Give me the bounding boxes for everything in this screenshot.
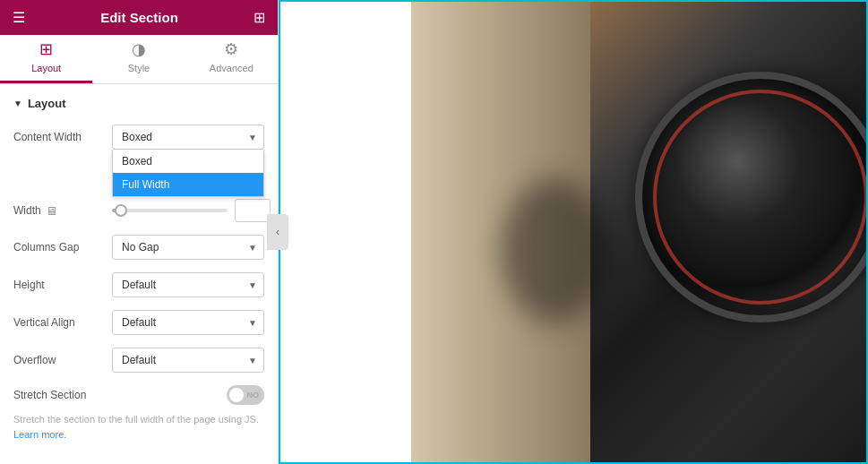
width-row: Width 🖥 (13, 199, 264, 222)
learn-more-link[interactable]: Learn more. (13, 429, 66, 440)
camera-image (411, 0, 868, 464)
tab-style[interactable]: ◑ Style (92, 35, 185, 83)
sidebar-collapse-handle[interactable]: ‹ (267, 214, 288, 250)
content-width-row: Content Width Boxed Full Width ▼ Boxed F… (13, 125, 264, 150)
panel-title: Edit Section (100, 10, 178, 25)
selection-indicator-arrow: ← (275, 138, 278, 159)
tab-layout[interactable]: ⊞ Layout (0, 35, 92, 83)
camera-lens (635, 72, 868, 322)
content-width-dropdown: Boxed Full Width (112, 150, 264, 197)
tab-bar: ⊞ Layout ◑ Style ⚙ Advanced (0, 35, 278, 84)
columns-gap-control: No Gap Narrow Default ▼ (112, 235, 264, 260)
tab-style-label: Style (128, 63, 150, 73)
tab-advanced-label: Advanced (210, 63, 254, 73)
overflow-row: Overflow Default Hidden ▼ (13, 348, 264, 373)
stretch-toggle-label: NO (247, 391, 260, 400)
stretch-section-row: Stretch Section NO (13, 385, 264, 405)
stretch-toggle-wrap: NO (112, 385, 264, 405)
main-canvas (279, 0, 868, 464)
camera-shadow (501, 179, 608, 322)
columns-gap-label: Columns Gap (13, 241, 112, 253)
section-arrow: ▼ (13, 99, 22, 108)
dropdown-option-full-width[interactable]: Full Width (113, 173, 263, 196)
height-control: Default Fit to Screen Min Height ▼ (112, 272, 264, 297)
stretch-description: Stretch the section to the full width of… (13, 412, 264, 442)
content-width-select[interactable]: Boxed Full Width (112, 125, 264, 150)
width-label-text: Width (13, 204, 41, 217)
advanced-icon: ⚙ (224, 39, 238, 59)
section-title-text: Layout (28, 97, 66, 110)
columns-gap-row: Columns Gap No Gap Narrow Default ▼ (13, 235, 264, 260)
width-label: Width 🖥 (13, 204, 112, 218)
vertical-align-select[interactable]: Default Top Middle Bottom (112, 310, 264, 335)
hamburger-icon[interactable]: ☰ (13, 9, 25, 26)
height-row: Height Default Fit to Screen Min Height … (13, 272, 264, 297)
columns-gap-select[interactable]: No Gap Narrow Default (112, 235, 264, 260)
width-value-box (235, 199, 271, 222)
vertical-align-label: Vertical Align (13, 316, 112, 329)
overflow-select[interactable]: Default Hidden (112, 348, 264, 373)
camera-body (411, 0, 590, 464)
sidebar-content: ▼ Layout Content Width Boxed Full Width … (0, 84, 278, 464)
sidebar: ☰ Edit Section ⊞ ⊞ Layout ◑ Style ⚙ Adva… (0, 0, 279, 464)
height-select[interactable]: Default Fit to Screen Min Height (112, 272, 264, 297)
tab-layout-label: Layout (31, 63, 61, 73)
style-icon: ◑ (132, 39, 146, 59)
section-title-layout: ▼ Layout (13, 97, 264, 110)
grid-icon[interactable]: ⊞ (254, 9, 265, 26)
stretch-description-text: Stretch the section to the full width of… (13, 414, 259, 425)
vertical-align-control: Default Top Middle Bottom ▼ (112, 310, 264, 335)
content-width-label: Content Width (13, 131, 112, 143)
tab-advanced[interactable]: ⚙ Advanced (185, 35, 278, 83)
overflow-label: Overflow (13, 354, 112, 366)
sidebar-header: ☰ Edit Section ⊞ (0, 0, 278, 35)
lens-ring (653, 90, 868, 305)
overflow-control: Default Hidden ▼ (112, 348, 264, 373)
height-label: Height (13, 279, 112, 291)
monitor-icon: 🖥 (46, 204, 57, 218)
stretch-toggle[interactable]: NO (227, 385, 264, 405)
dropdown-option-boxed[interactable]: Boxed (113, 150, 263, 173)
width-slider[interactable] (112, 209, 228, 212)
canvas-area (279, 0, 868, 464)
width-slider-wrap (112, 199, 271, 222)
layout-icon: ⊞ (39, 39, 53, 59)
stretch-section-label: Stretch Section (13, 389, 112, 401)
content-width-control: Boxed Full Width ▼ Boxed Full Width ← (112, 125, 264, 150)
collapse-icon: ‹ (276, 226, 279, 238)
vertical-align-row: Vertical Align Default Top Middle Bottom… (13, 310, 264, 335)
